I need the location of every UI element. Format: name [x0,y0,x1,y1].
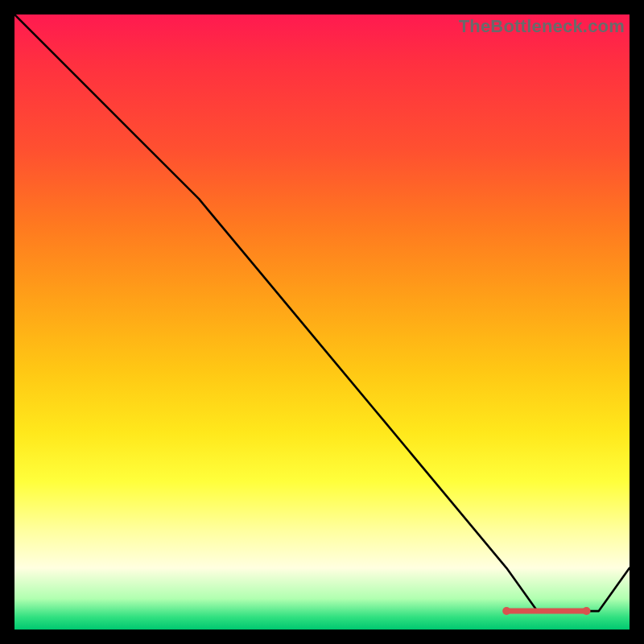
plot-area: TheBottleneck.com [14,14,630,630]
marker-dot-right [583,607,591,615]
chart-svg [14,14,630,630]
series-line [14,14,630,611]
chart-container: TheBottleneck.com [0,0,644,644]
marker-dot-left [502,607,510,615]
